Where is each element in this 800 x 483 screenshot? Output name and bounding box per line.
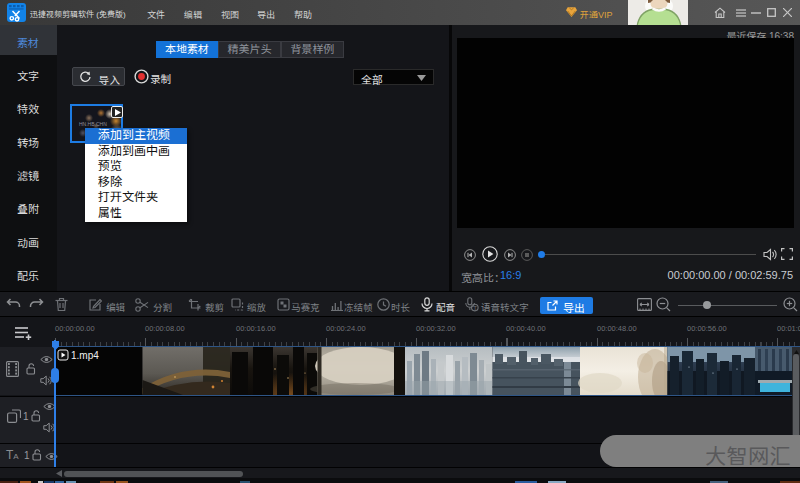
svg-text:1.mp4: 1.mp4 [71,350,99,361]
svg-text:T: T [473,305,477,311]
